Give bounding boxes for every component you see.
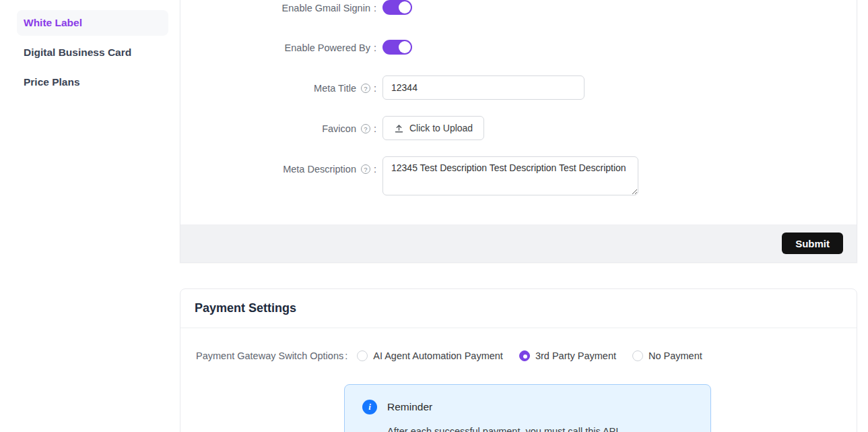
meta-description-label: Meta Description ?: bbox=[180, 164, 376, 175]
payment-settings-header: Payment Settings bbox=[180, 289, 857, 328]
colon: : bbox=[374, 42, 376, 53]
settings-sidebar: White Label Digital Business Card Price … bbox=[17, 10, 168, 99]
radio-no-payment[interactable]: No Payment bbox=[632, 350, 702, 361]
powered-by-label: Enable Powered By: bbox=[180, 42, 376, 53]
sidebar-item-price-plans[interactable]: Price Plans bbox=[17, 69, 168, 95]
toggle-knob bbox=[399, 1, 411, 13]
upload-icon bbox=[394, 123, 404, 133]
payment-settings-card: Payment Settings Payment Gateway Switch … bbox=[180, 288, 857, 432]
toggle-knob bbox=[399, 41, 411, 53]
payment-gateway-label: Payment Gateway Switch Options: bbox=[196, 350, 347, 361]
radio-label: AI Agent Automation Payment bbox=[373, 350, 503, 361]
favicon-label: Favicon ?: bbox=[180, 123, 376, 134]
label-text: Payment Gateway Switch Options bbox=[196, 350, 343, 361]
form-footer: Submit bbox=[180, 224, 857, 262]
sidebar-item-label: White Label bbox=[24, 17, 82, 29]
radio-3rd-party-payment[interactable]: 3rd Party Payment bbox=[519, 350, 616, 361]
reminder-alert: i Reminder After each successful payment… bbox=[344, 384, 711, 432]
white-label-card: Enable Gmail Signin: Enable Powered By: … bbox=[180, 0, 857, 263]
colon: : bbox=[374, 3, 376, 13]
label-text: Enable Powered By bbox=[285, 42, 370, 53]
label-text: Meta Description bbox=[283, 164, 356, 175]
radio-icon bbox=[357, 350, 368, 361]
colon: : bbox=[374, 164, 376, 175]
submit-button[interactable]: Submit bbox=[782, 233, 843, 254]
upload-button-label: Click to Upload bbox=[409, 123, 473, 133]
gmail-signin-toggle[interactable] bbox=[382, 0, 412, 15]
payment-settings-title: Payment Settings bbox=[195, 301, 296, 315]
help-icon[interactable]: ? bbox=[361, 84, 370, 93]
powered-by-toggle[interactable] bbox=[382, 40, 412, 55]
sidebar-item-white-label[interactable]: White Label bbox=[17, 10, 168, 36]
radio-ai-agent-automation-payment[interactable]: AI Agent Automation Payment bbox=[357, 350, 503, 361]
radio-icon bbox=[632, 350, 643, 361]
white-label-form: Enable Gmail Signin: Enable Powered By: … bbox=[180, 0, 857, 224]
favicon-upload-button[interactable]: Click to Upload bbox=[382, 116, 484, 140]
meta-title-input[interactable] bbox=[382, 75, 585, 100]
help-icon[interactable]: ? bbox=[361, 164, 370, 174]
reminder-title: Reminder bbox=[387, 401, 432, 413]
sidebar-item-digital-business-card[interactable]: Digital Business Card bbox=[17, 40, 168, 65]
radio-label: No Payment bbox=[648, 350, 702, 361]
payment-gateway-row: Payment Gateway Switch Options: AI Agent… bbox=[196, 347, 719, 365]
sidebar-item-label: Price Plans bbox=[24, 76, 80, 88]
radio-label: 3rd Party Payment bbox=[535, 350, 616, 361]
colon: : bbox=[374, 123, 376, 134]
colon: : bbox=[374, 83, 376, 94]
sidebar-item-label: Digital Business Card bbox=[24, 47, 131, 59]
help-icon[interactable]: ? bbox=[361, 124, 370, 133]
label-text: Favicon bbox=[322, 123, 356, 134]
meta-description-textarea[interactable]: 12345 Test Description Test Description … bbox=[382, 156, 638, 195]
reminder-header: i Reminder bbox=[362, 400, 694, 414]
label-text: Enable Gmail Signin bbox=[282, 3, 370, 13]
info-icon: i bbox=[362, 400, 377, 414]
reminder-body: After each successful payment, you must … bbox=[387, 426, 694, 432]
colon: : bbox=[345, 350, 347, 361]
gmail-signin-label: Enable Gmail Signin: bbox=[180, 3, 376, 13]
radio-icon bbox=[519, 350, 530, 361]
label-text: Meta Title bbox=[314, 83, 356, 94]
meta-title-label: Meta Title ?: bbox=[180, 83, 376, 94]
